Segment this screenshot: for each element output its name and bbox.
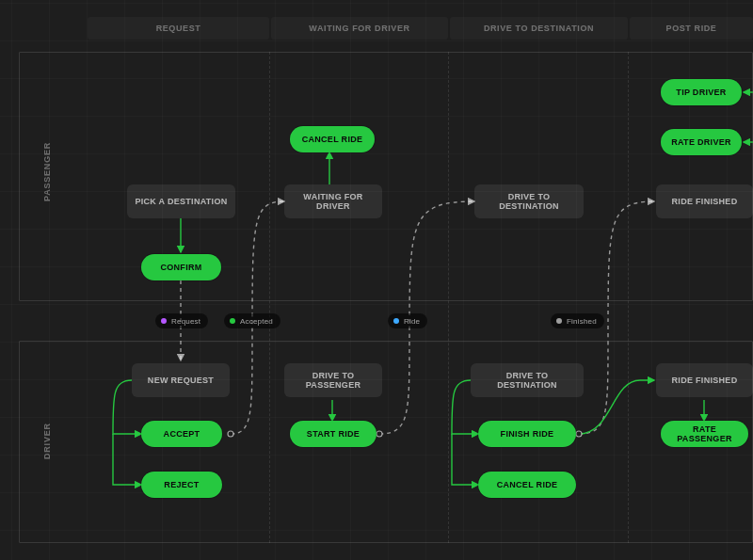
node-new-request[interactable]: NEW REQUEST — [132, 363, 230, 397]
action-rate-passenger[interactable]: RATE PASSENGER — [661, 421, 748, 447]
dot-icon — [393, 318, 399, 324]
node-pick-destination[interactable]: PICK A DESTINATION — [127, 184, 235, 218]
node-drive-to-destination-passenger[interactable]: DRIVE TO DESTINATION — [474, 184, 584, 218]
event-label: Request — [171, 317, 200, 326]
lane-label-driver: DRIVER — [42, 423, 52, 459]
event-label: Ride — [404, 317, 420, 326]
lane-driver-box — [19, 341, 753, 543]
event-label: Accepted — [240, 317, 273, 326]
col-sep-1 — [269, 52, 270, 543]
diagram-canvas: REQUEST WAITING FOR DRIVER DRIVE TO DEST… — [0, 0, 753, 560]
col-header-request: REQUEST — [88, 17, 269, 40]
node-ride-finished-driver[interactable]: RIDE FINISHED — [656, 363, 753, 397]
node-ride-finished-passenger[interactable]: RIDE FINISHED — [656, 184, 753, 218]
col-sep-3 — [628, 52, 629, 543]
event-accepted: Accepted — [224, 313, 280, 328]
node-drive-to-destination-driver[interactable]: DRIVE TO DESTINATION — [471, 363, 584, 397]
col-header-post: POST RIDE — [630, 17, 753, 40]
dot-icon — [230, 318, 235, 324]
col-header-waiting: WAITING FOR DRIVER — [271, 17, 448, 40]
action-finish-ride[interactable]: FINISH RIDE — [478, 421, 576, 447]
node-waiting-for-driver[interactable]: WAITING FOR DRIVER — [284, 184, 382, 218]
action-reject[interactable]: REJECT — [141, 472, 222, 498]
event-request: Request — [155, 313, 208, 328]
action-accept[interactable]: ACCEPT — [141, 421, 222, 447]
action-start-ride[interactable]: START RIDE — [290, 421, 376, 447]
event-finished: Finished — [551, 313, 604, 328]
action-tip-driver[interactable]: TIP DRIVER — [661, 79, 742, 105]
action-cancel-ride-driver[interactable]: CANCEL RIDE — [478, 472, 576, 498]
event-ride: Ride — [388, 313, 427, 328]
lane-passenger-box — [19, 52, 753, 301]
event-label: Finished — [567, 317, 597, 326]
action-rate-driver[interactable]: RATE DRIVER — [661, 129, 742, 155]
action-cancel-ride-passenger[interactable]: CANCEL RIDE — [290, 126, 375, 152]
col-sep-2 — [448, 52, 449, 543]
col-header-drive: DRIVE TO DESTINATION — [450, 17, 628, 40]
node-drive-to-passenger[interactable]: DRIVE TO PASSENGER — [284, 363, 382, 397]
action-confirm[interactable]: CONFIRM — [141, 254, 221, 280]
dot-icon — [161, 318, 167, 324]
dot-icon — [556, 318, 562, 324]
lane-label-passenger: PASSENGER — [42, 142, 52, 201]
